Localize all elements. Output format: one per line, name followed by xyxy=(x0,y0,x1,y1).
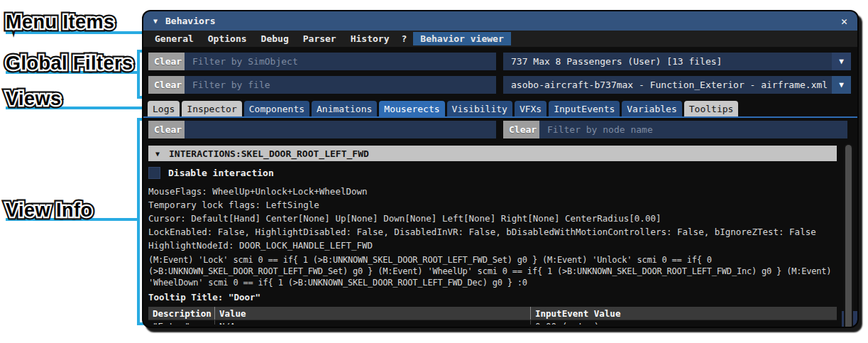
table-row[interactable]: "Enter" N/A 0.00 (meter) xyxy=(148,320,837,325)
tab-components[interactable]: Components xyxy=(244,101,309,116)
file-select[interactable]: asobo-aircraft-b737max - Function_Exteri… xyxy=(503,76,851,94)
close-icon[interactable]: ✕ xyxy=(841,15,847,28)
clear-file-filter-button[interactable]: Clear xyxy=(148,76,187,94)
menu-item-debug[interactable]: Debug xyxy=(254,32,296,45)
col-inputevent-value: InputEvent Value xyxy=(530,307,837,320)
menu-bar: General Options Debug Parser History ? B… xyxy=(143,31,857,47)
clear-node-filter-button[interactable]: Clear xyxy=(503,121,542,138)
table-header-row: Description Value InputEvent Value xyxy=(148,307,837,320)
simobject-select-value: 737 Max 8 Passengers (User) [13 files] xyxy=(503,56,832,67)
interactions-section-header[interactable]: ▼ INTERACTIONS:SKEL_DOOR_ROOT_LEFT_FWD xyxy=(148,146,837,161)
collapse-section-icon[interactable]: ▼ xyxy=(155,150,160,158)
annotation-views: Views xyxy=(6,88,62,110)
tab-mouserects[interactable]: Mouserects xyxy=(379,101,444,116)
rpn-script-block: (M:Event) 'Lock' scmi 0 == if{ 1 (>B:UNK… xyxy=(148,254,854,288)
interactions-section-title: INTERACTIONS:SKEL_DOOR_ROOT_LEFT_FWD xyxy=(169,148,369,159)
behaviors-window: ▼ Behaviors ✕ General Options Debug Pars… xyxy=(142,10,859,328)
tab-logs[interactable]: Logs xyxy=(148,101,180,116)
disable-interaction-label: Disable interaction xyxy=(168,168,274,178)
view-filter-input[interactable] xyxy=(185,121,496,138)
annotation-bracket-global-filters xyxy=(137,50,140,99)
col-description: Description xyxy=(148,307,214,320)
inputevent-table: Description Value InputEvent Value "Ente… xyxy=(148,307,837,325)
cursor-line: Cursor: Default[Hand] Center[None] Up[No… xyxy=(148,212,854,225)
tab-inspector[interactable]: Inspector xyxy=(182,101,241,116)
file-select-value: asobo-aircraft-b737max - Function_Exteri… xyxy=(503,80,832,90)
tab-animations[interactable]: Animations xyxy=(312,101,377,116)
annotation-global-filters: Global Filters xyxy=(6,53,133,75)
menu-item-history[interactable]: History xyxy=(344,32,397,45)
menu-item-options[interactable]: Options xyxy=(201,32,254,45)
chevron-down-icon[interactable]: ▼ xyxy=(832,53,851,70)
chevron-down-icon[interactable]: ▼ xyxy=(832,76,851,94)
clear-simobject-filter-button[interactable]: Clear xyxy=(148,53,187,70)
tab-tooltips[interactable]: Tooltips xyxy=(684,101,739,116)
view-tabs: Logs Inspector Components Animations Mou… xyxy=(143,101,857,116)
file-filter-input[interactable] xyxy=(185,76,496,94)
rpn-script-line: (>B:UNKNOWN_SKEL_DOOR_ROOT_LEFT_FWD_Set)… xyxy=(148,266,854,277)
lockenabled-line: LockEnabled: False, HighlightDisabled: F… xyxy=(148,225,854,239)
disable-interaction-checkbox[interactable] xyxy=(148,167,160,179)
highlightnode-line: HighlightNodeId: DOOR_LOCK_HANDLE_LEFT_F… xyxy=(148,239,854,252)
rpn-script-line: (M:Event) 'Lock' scmi 0 == if{ 1 (>B:UNK… xyxy=(148,254,854,266)
simobject-filter-input[interactable] xyxy=(185,53,496,70)
menu-item-behavior-viewer[interactable]: Behavior viewer xyxy=(413,32,510,45)
active-tab-underline xyxy=(143,116,857,118)
col-value: Value xyxy=(214,307,530,320)
cell-description: "Enter" xyxy=(148,320,214,325)
cell-inputevent-value: 0.00 (meter) xyxy=(530,320,837,325)
window-title: Behaviors xyxy=(165,16,215,26)
simobject-select[interactable]: 737 Max 8 Passengers (User) [13 files] ▼ xyxy=(503,53,851,70)
lockflags-line: Temporary lock flags: LeftSingle xyxy=(148,198,854,212)
tab-variables[interactable]: Variables xyxy=(622,101,681,116)
title-bar[interactable]: ▼ Behaviors ✕ xyxy=(143,11,857,31)
node-name-filter-input[interactable] xyxy=(539,121,847,138)
tooltip-title-line: Tooltip Title: "Door" xyxy=(148,290,854,304)
annotation-view-info: View Info xyxy=(6,200,93,222)
menu-item-parser[interactable]: Parser xyxy=(296,32,344,45)
rpn-script-line: 'WheelDown' scmi 0 == if{ 1 (>B:UNKNOWN_… xyxy=(148,277,854,288)
annotation-menu-items: Menu Items xyxy=(6,11,115,33)
cell-value: N/A xyxy=(214,320,530,325)
disable-interaction-row: Disable interaction xyxy=(148,167,854,179)
screenshot-canvas: Menu Items Global Filters Views View Inf… xyxy=(0,0,868,343)
vertical-scrollbar[interactable] xyxy=(844,143,853,328)
view-info-panel: ▼ INTERACTIONS:SKEL_DOOR_ROOT_LEFT_FWD D… xyxy=(147,142,854,325)
menu-item-general[interactable]: General xyxy=(148,32,201,45)
tab-inputevents[interactable]: InputEvents xyxy=(549,101,620,116)
interaction-properties: MouseFlags: WheelUp+Unlock+Lock+WheelDow… xyxy=(148,185,854,252)
menu-item-help[interactable]: ? xyxy=(397,32,412,45)
annotation-bracket-view-info xyxy=(137,118,140,325)
collapse-window-icon[interactable]: ▼ xyxy=(153,17,158,25)
clear-view-filter-button[interactable]: Clear xyxy=(148,121,187,138)
mouseflags-line: MouseFlags: WheelUp+Unlock+Lock+WheelDow… xyxy=(148,185,854,198)
tab-vfxs[interactable]: VFXs xyxy=(515,101,546,116)
tab-visibility[interactable]: Visibility xyxy=(447,101,512,116)
scrollbar-thumb[interactable] xyxy=(845,145,852,328)
